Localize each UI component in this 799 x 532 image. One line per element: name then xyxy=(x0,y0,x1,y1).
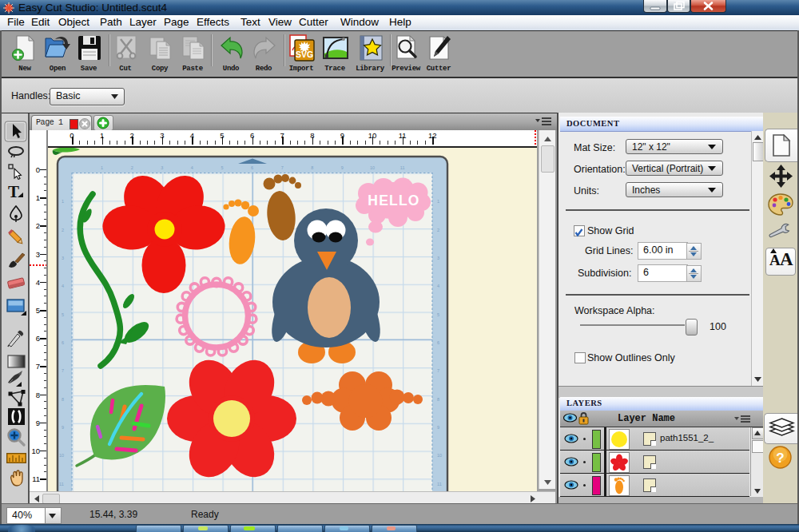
svg-text:9: 9 xyxy=(437,425,439,430)
svg-text:HELLO: HELLO xyxy=(368,193,419,208)
svg-text:6: 6 xyxy=(251,165,253,170)
svg-text:4: 4 xyxy=(62,284,64,288)
svg-text:2: 2 xyxy=(131,165,133,170)
svg-text:11: 11 xyxy=(437,482,442,486)
svg-text:3: 3 xyxy=(62,256,64,260)
svg-text:2: 2 xyxy=(62,228,64,232)
svg-text:7: 7 xyxy=(62,368,64,373)
svg-text:5: 5 xyxy=(221,165,223,170)
svg-text:2: 2 xyxy=(437,228,439,232)
svg-text:7: 7 xyxy=(437,368,439,373)
svg-text:SVG: SVG xyxy=(296,50,313,59)
svg-text:5: 5 xyxy=(437,312,439,317)
svg-text:10: 10 xyxy=(437,453,442,458)
svg-text:3: 3 xyxy=(161,165,163,170)
svg-text:1: 1 xyxy=(437,199,439,204)
svg-text:11: 11 xyxy=(400,165,405,170)
svg-text:3: 3 xyxy=(437,256,439,260)
svg-text:5: 5 xyxy=(62,312,64,317)
svg-text:10: 10 xyxy=(370,165,375,170)
svg-text:9: 9 xyxy=(341,165,344,170)
svg-text:7: 7 xyxy=(281,165,284,170)
svg-text:8: 8 xyxy=(437,397,439,402)
svg-text:1: 1 xyxy=(101,165,103,170)
svg-text:8: 8 xyxy=(311,165,313,170)
svg-text:4: 4 xyxy=(437,284,439,288)
svg-text:11: 11 xyxy=(59,482,64,486)
svg-text:6: 6 xyxy=(437,340,439,345)
svg-text:4: 4 xyxy=(191,165,193,170)
svg-text:1: 1 xyxy=(62,199,64,204)
svg-text:?: ? xyxy=(776,451,784,466)
svg-text:9: 9 xyxy=(62,425,64,430)
svg-text:8: 8 xyxy=(62,397,64,402)
svg-text:10: 10 xyxy=(59,453,64,458)
svg-text:6: 6 xyxy=(62,340,64,345)
